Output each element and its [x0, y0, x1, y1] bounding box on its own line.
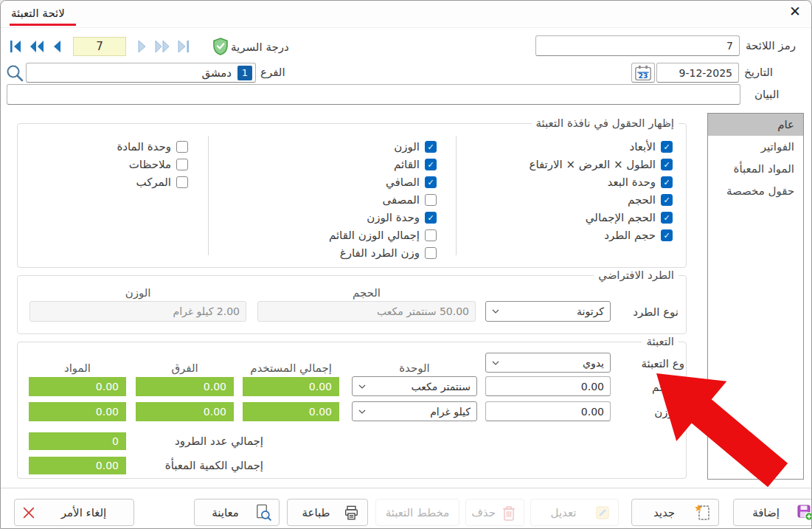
date-field[interactable]: 9-12-2025: [656, 63, 739, 83]
checkbox-dimension-unit[interactable]: وحدة البعد: [608, 176, 673, 189]
packing-layout-button[interactable]: مخطط التعبئة: [375, 499, 459, 526]
record-number-field[interactable]: 7: [73, 37, 126, 56]
package-type-dropdown[interactable]: كرتونة: [485, 301, 611, 322]
last-record-button[interactable]: [173, 37, 192, 56]
checkbox-l-w-h[interactable]: الطول × العرض × الارتفاع: [529, 158, 673, 171]
checkbox[interactable]: [425, 159, 437, 170]
checkbox[interactable]: [425, 229, 437, 241]
checkbox[interactable]: [425, 176, 437, 188]
checkbox-drained[interactable]: المصفى: [382, 193, 437, 207]
sidebar-item-general[interactable]: عام: [708, 114, 803, 136]
volume-unit-dropdown[interactable]: سنتمتر مكعب: [352, 376, 477, 396]
default-package-group: الطرد الافتراضي نوع الطرد كرتونة الحجم 5…: [17, 275, 687, 334]
checkbox[interactable]: [661, 141, 673, 153]
column-divider: [208, 136, 209, 255]
checkbox[interactable]: [661, 212, 673, 224]
checkbox[interactable]: [425, 194, 437, 206]
checkbox[interactable]: [176, 176, 188, 188]
search-icon[interactable]: [5, 63, 24, 83]
show-fields-group: إظهار الحقول في نافذة التعبئة الأبعاد ال…: [17, 123, 687, 268]
default-volume-field: 50.00 سنتمتر مكعب: [257, 301, 476, 322]
checkbox-gross[interactable]: القائم: [394, 158, 437, 171]
total-packed-quantity-label: إجمالي الكمية المعبأة: [165, 459, 263, 472]
checkbox[interactable]: [425, 212, 437, 224]
checkbox[interactable]: [425, 247, 437, 259]
volume-difference-field: 0.00: [136, 377, 234, 396]
checkbox[interactable]: [661, 176, 673, 188]
volume-unit-value: سنتمتر مكعب: [412, 381, 471, 393]
statement-field[interactable]: [7, 84, 740, 105]
checkbox[interactable]: [661, 194, 673, 206]
security-level-label: درجة السرية: [231, 41, 289, 54]
weight-unit-dropdown[interactable]: كيلو غرام: [352, 401, 477, 421]
calendar-picker-button[interactable]: 23: [631, 63, 655, 83]
weight-input[interactable]: 0.00: [485, 401, 611, 421]
checkbox-net[interactable]: الصافي: [386, 176, 437, 189]
checkbox-compound[interactable]: المركب: [136, 176, 188, 189]
packing-list-window: لائحة التعبئة ✕ 7 درجة السرية 7 رمز اللا…: [0, 0, 812, 529]
sidebar-item-packed-materials[interactable]: المواد المعبأة: [708, 158, 803, 180]
trash-icon: [502, 505, 516, 521]
new-button[interactable]: جديد: [631, 499, 719, 526]
packing-group: التعبئة وع التعبئة يدوي الوحدة إجمالي ال…: [17, 342, 687, 479]
branch-number-badge: 1: [237, 66, 252, 80]
record-navigator: 7: [7, 37, 192, 56]
checkbox[interactable]: [176, 159, 188, 170]
printer-icon: [343, 505, 360, 521]
chevron-down-icon: [358, 384, 366, 389]
tab-packing-list[interactable]: لائحة التعبئة: [11, 7, 65, 20]
checkbox-weight[interactable]: الوزن: [394, 140, 437, 153]
sidebar-tabs: عام الفواتير المواد المعبأة حقول مخصصة: [707, 113, 804, 480]
fast-next-button[interactable]: [153, 37, 172, 56]
weight-materials-field: 0.00: [29, 402, 126, 421]
checkbox-volume[interactable]: الحجم: [628, 193, 673, 207]
checkbox-material-unit[interactable]: وحدة المادة: [117, 140, 188, 153]
weight-unit-value: كيلو غرام: [430, 406, 471, 418]
weight-difference-field: 0.00: [136, 402, 234, 421]
checkbox-total-gross-weight[interactable]: إجمالي الوزن القائم: [329, 229, 437, 242]
sidebar-item-invoices[interactable]: الفواتير: [708, 136, 803, 158]
checkbox[interactable]: [176, 141, 188, 153]
add-button[interactable]: إضافة: [733, 499, 812, 526]
package-type-label: نوع الطرد: [633, 305, 679, 319]
default-weight-value: 2.00 كيلو غرام: [173, 305, 240, 317]
list-code-field[interactable]: 7: [535, 35, 740, 56]
checkbox-weight-unit[interactable]: وحدة الوزن: [367, 211, 437, 224]
volume-total-used-field: 0.00: [243, 377, 339, 396]
checkbox[interactable]: [661, 159, 673, 170]
checkbox-package-volume[interactable]: حجم الطرد: [604, 229, 673, 242]
checkbox-total-volume[interactable]: الحجم الإجمالي: [586, 211, 673, 224]
edit-icon: [594, 505, 611, 521]
weight-header: الوزن: [30, 286, 246, 300]
chevron-down-icon: [492, 361, 499, 365]
fast-previous-button[interactable]: [27, 37, 46, 56]
checkbox-notes[interactable]: ملاحظات: [129, 158, 188, 171]
date-label: التاريخ: [744, 66, 773, 79]
show-fields-group-title: إظهار الحقول في نافذة التعبئة: [532, 117, 679, 130]
first-record-button[interactable]: [7, 37, 26, 56]
cancel-button[interactable]: إلغاء الأمر: [14, 499, 134, 526]
total-packed-quantity-field: 0.00: [29, 457, 126, 474]
volume-header: الحجم: [257, 286, 476, 300]
volume-input[interactable]: 0.00: [485, 376, 611, 396]
checkbox[interactable]: [425, 141, 437, 153]
list-code-value: 7: [726, 40, 733, 52]
close-icon[interactable]: ✕: [789, 4, 801, 18]
print-button[interactable]: طباعة: [287, 499, 368, 526]
preview-button[interactable]: معاينة: [194, 499, 280, 526]
previous-record-button[interactable]: [48, 37, 67, 56]
checkbox-dimensions[interactable]: الأبعاد: [630, 140, 673, 153]
packing-type-value: يدوي: [583, 357, 604, 369]
checkbox-empty-package-weight[interactable]: وزن الطرد الفارغ: [340, 246, 437, 260]
sidebar-item-custom-fields[interactable]: حقول مخصصة: [708, 180, 803, 202]
checkbox[interactable]: [661, 229, 673, 241]
branch-label: الفرع: [260, 66, 285, 79]
next-record-button[interactable]: [132, 37, 151, 56]
default-weight-field: 2.00 كيلو غرام: [30, 301, 246, 322]
packing-type-dropdown[interactable]: يدوي: [485, 353, 611, 373]
edit-button[interactable]: تعديل: [530, 499, 619, 526]
volume-row-label: الحجم: [652, 381, 680, 394]
delete-button[interactable]: حذف: [465, 499, 524, 526]
footer-divider: [1, 488, 811, 488]
branch-field[interactable]: 1 دمشق: [26, 63, 256, 83]
